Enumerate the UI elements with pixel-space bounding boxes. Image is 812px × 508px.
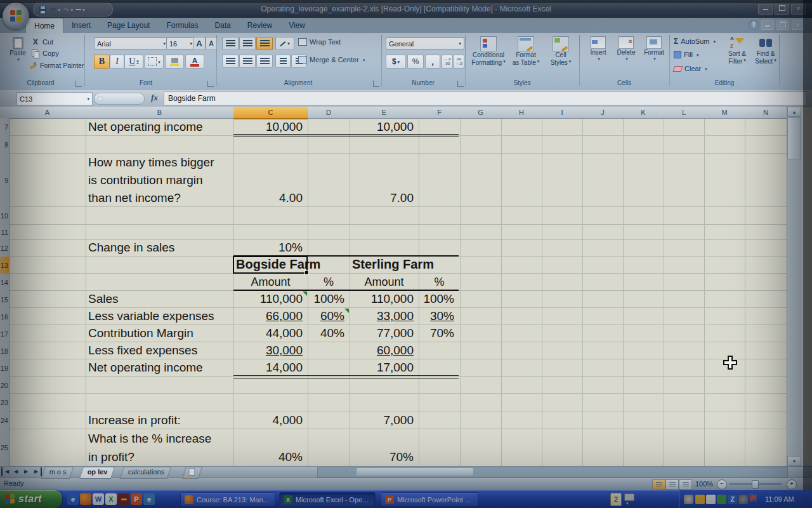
font-family-select[interactable]: Arial▾ [94, 37, 169, 50]
font-dialog-launcher[interactable] [207, 81, 214, 87]
row-header-8[interactable]: 8 [0, 136, 10, 154]
column-header-N[interactable]: N [745, 107, 787, 119]
zoom-out-button[interactable]: − [717, 479, 727, 490]
office-button[interactable] [3, 3, 29, 29]
row-header-9[interactable]: 9 [0, 154, 10, 208]
row-header-16[interactable]: 16 [0, 308, 10, 326]
zoom-in-button[interactable]: + [787, 479, 797, 490]
cell-B18[interactable]: Less fixed expenses [88, 342, 232, 359]
delete-cells-button[interactable]: × Delete▾ [613, 36, 639, 61]
alignment-dialog-launcher[interactable] [373, 81, 379, 87]
vertical-scroll-thumb[interactable] [787, 117, 801, 159]
quick-launch-firefox-icon[interactable] [80, 493, 91, 505]
cell-B9-line1[interactable]: How many times bigger [88, 154, 234, 171]
grow-font-button[interactable]: A [193, 37, 206, 50]
row-header-15[interactable]: 15 [0, 291, 10, 309]
autosum-button[interactable]: ΣAutoSum▾ [674, 37, 716, 46]
cell-E19[interactable]: 17,000 [348, 359, 416, 377]
insert-cells-button[interactable]: Insert▾ [585, 36, 612, 61]
cell-E7[interactable]: 10,000 [348, 118, 416, 136]
clear-button[interactable]: Clear▾ [674, 65, 707, 72]
cell-E17[interactable]: 77,000 [348, 325, 416, 342]
tray-icon-4[interactable] [717, 495, 726, 504]
font-size-select[interactable]: 16▾ [166, 37, 195, 50]
cell-F17[interactable]: 70% [420, 325, 457, 342]
cell-C19[interactable]: 14,000 [236, 359, 305, 377]
sort-filter-button[interactable]: AZ Sort &Filter▾ [723, 36, 751, 65]
cell-B17[interactable]: Contribution Margin [88, 325, 232, 342]
vertical-scrollbar[interactable] [787, 107, 802, 466]
zoom-slider-thumb[interactable] [752, 480, 759, 489]
find-select-button[interactable]: Find &Select▾ [752, 36, 779, 65]
tab-data[interactable]: Data [206, 18, 239, 33]
cell-E13[interactable]: Sterling Farm [352, 257, 479, 274]
cell-C24[interactable]: 4,000 [236, 411, 305, 429]
tray-icon-3[interactable] [706, 495, 716, 504]
cell-B15[interactable]: Sales [88, 291, 232, 308]
cell-styles-button[interactable]: CellStyles▾ [546, 36, 576, 67]
cell-E16[interactable]: 33,000 [348, 308, 416, 325]
close-button[interactable]: × [791, 4, 806, 15]
tab-page-layout[interactable]: Page Layout [99, 18, 158, 33]
column-header-G[interactable]: G [460, 107, 502, 119]
cell-B7[interactable]: Net operating income [88, 118, 232, 136]
row-header-17[interactable]: 17 [0, 325, 10, 343]
font-color-button[interactable]: A [185, 55, 204, 69]
insert-function-button[interactable]: fx [151, 93, 158, 103]
shrink-font-button[interactable]: A [206, 37, 217, 50]
decrease-decimal-button[interactable]: .00→.0 [453, 55, 464, 69]
cell-C14[interactable]: Amount [233, 274, 308, 291]
underline-button[interactable]: U▾ [124, 55, 143, 69]
cell-B24[interactable]: Increase in profit: [88, 411, 232, 429]
cell-B9-line3[interactable]: than net income? [88, 189, 234, 207]
row-header-24[interactable]: 24 [0, 411, 10, 430]
merge-center-button[interactable]: Merge & Center▾ [298, 56, 365, 64]
row-header-7[interactable]: 7 [0, 118, 10, 137]
row-header-25[interactable]: 25 [0, 429, 10, 467]
tray-icon-1[interactable] [684, 495, 693, 504]
number-format-select[interactable]: General▾ [386, 37, 464, 50]
display-tray-icon[interactable] [624, 493, 634, 501]
row-header-11[interactable]: 11 [0, 225, 10, 241]
prev-sheet-button[interactable]: ◀ [11, 467, 20, 476]
align-right-button[interactable] [256, 55, 273, 68]
cell-F14[interactable]: % [419, 274, 460, 291]
column-header-M[interactable]: M [704, 107, 745, 119]
align-middle-button[interactable] [239, 37, 256, 50]
accounting-format-button[interactable]: $▾ [386, 55, 406, 69]
tab-view[interactable]: View [280, 18, 313, 33]
row-header-23[interactable]: 23 [0, 394, 10, 412]
decrease-indent-button[interactable] [275, 55, 291, 68]
cut-button[interactable]: Cut [32, 38, 53, 46]
copy-button[interactable]: Copy [32, 50, 59, 57]
cell-B25-line2[interactable]: in profit? [88, 448, 234, 466]
paste-button[interactable]: Paste▾ [5, 37, 30, 62]
comma-style-button[interactable]: , [425, 55, 440, 69]
cell-C16[interactable]: 66,000 [236, 308, 305, 325]
save-button[interactable] [37, 5, 48, 14]
cell-C7[interactable]: 10,000 [236, 118, 305, 136]
tray-icon-2[interactable] [695, 495, 705, 504]
column-header-K[interactable]: K [623, 107, 664, 119]
align-left-button[interactable] [222, 55, 239, 68]
sheet-tab-op-lev[interactable]: op lev [79, 467, 115, 479]
align-center-button[interactable] [239, 55, 256, 68]
row-header-13[interactable]: 13 [0, 257, 10, 274]
percent-style-button[interactable]: % [407, 55, 424, 69]
cell-F16[interactable]: 30% [420, 308, 457, 325]
italic-button[interactable]: I [110, 55, 124, 69]
quick-launch-msn-icon[interactable]: e [143, 493, 155, 505]
conditional-formatting-button[interactable]: ConditionalFormatting▾ [471, 36, 506, 67]
column-header-H[interactable]: H [501, 107, 542, 119]
scroll-down-button[interactable]: ▼ [787, 456, 801, 466]
active-cell-selection[interactable] [233, 256, 308, 274]
cell-B12[interactable]: Change in sales [88, 240, 232, 257]
align-bottom-button[interactable] [256, 37, 273, 50]
cell-E15[interactable]: 110,000 [348, 291, 416, 308]
next-sheet-button[interactable]: ▶ [22, 467, 30, 476]
redo-button[interactable]: ▾ [63, 5, 73, 14]
cell-B16[interactable]: Less variable expenses [88, 308, 232, 325]
taskbar-item-excel[interactable]: X Microsoft Excel - Ope... [279, 492, 376, 507]
taskbar-item-firefox[interactable]: Course: BA 213: Man... [180, 492, 275, 507]
scroll-up-button[interactable]: ▲ [787, 107, 801, 117]
